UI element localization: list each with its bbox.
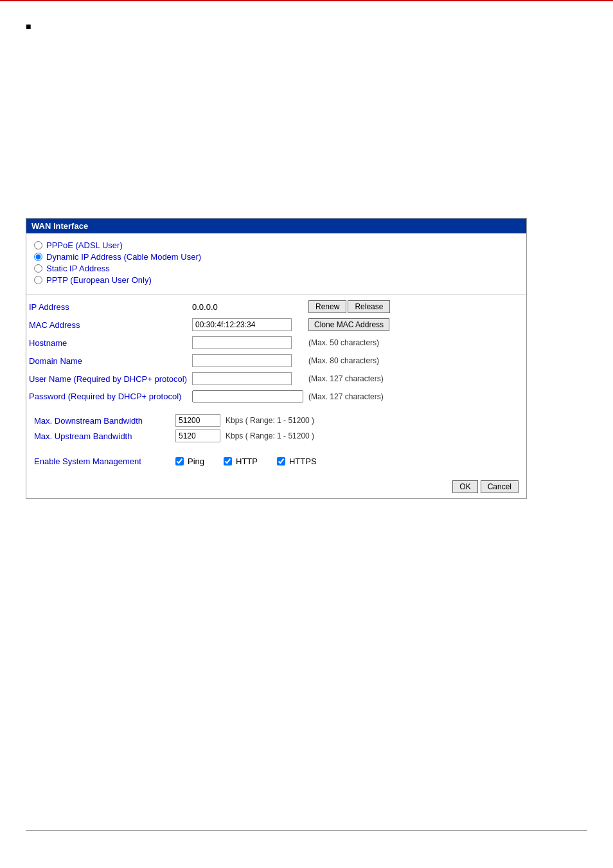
downstream-note: Kbps ( Range: 1 - 51200 ) <box>226 416 314 425</box>
downstream-label: Max. Downstream Bandwidth <box>34 416 175 426</box>
mac-address-input-cell <box>190 316 306 334</box>
ip-address-buttons-cell: Renew Release <box>306 298 526 316</box>
password-label: Password (Required by DHCP+ protocol) <box>26 388 190 405</box>
mac-address-input[interactable] <box>192 318 292 331</box>
management-section: Enable System Management Ping HTTP HTTPS <box>26 451 526 471</box>
http-option[interactable]: HTTP <box>224 457 258 466</box>
ping-checkbox[interactable] <box>175 457 184 466</box>
radio-pptp-label: PPTP (European User Only) <box>46 275 152 285</box>
hostname-input-cell <box>190 334 306 352</box>
radio-pptp-input[interactable] <box>34 276 42 284</box>
ping-option[interactable]: Ping <box>175 457 204 466</box>
radio-pppoe[interactable]: PPPoE (ADSL User) <box>34 240 519 250</box>
upstream-label: Max. Upstream Bandwidth <box>34 431 175 441</box>
https-checkbox[interactable] <box>277 457 285 466</box>
upstream-row: Max. Upstream Bandwidth Kbps ( Range: 1 … <box>34 429 519 442</box>
domain-name-input[interactable] <box>192 354 292 367</box>
table-row: User Name (Required by DHCP+ protocol) (… <box>26 370 526 388</box>
downstream-input[interactable] <box>175 414 220 427</box>
radio-dynamic-input[interactable] <box>34 253 42 261</box>
radio-dynamic[interactable]: Dynamic IP Address (Cable Modem User) <box>34 252 519 262</box>
domain-name-input-cell <box>190 352 306 370</box>
form-header: WAN Interface <box>26 219 526 233</box>
wan-interface-form: WAN Interface PPPoE (ADSL User) Dynamic … <box>26 218 527 499</box>
management-label: Enable System Management <box>34 457 175 466</box>
domain-name-note: (Max. 80 characters) <box>306 352 526 370</box>
username-note: (Max. 127 characters) <box>306 370 526 388</box>
domain-name-label: Domain Name <box>26 352 190 370</box>
bullet-item: ■ <box>26 21 587 32</box>
hostname-label: Hostname <box>26 334 190 352</box>
radio-pppoe-label: PPPoE (ADSL User) <box>46 240 123 250</box>
username-label: User Name (Required by DHCP+ protocol) <box>26 370 190 388</box>
table-row: Domain Name (Max. 80 characters) <box>26 352 526 370</box>
hostname-note: (Max. 50 characters) <box>306 334 526 352</box>
divider <box>26 294 526 295</box>
upstream-note: Kbps ( Range: 1 - 51200 ) <box>226 431 314 440</box>
bullet-icon: ■ <box>26 21 31 32</box>
table-row: Hostname (Max. 50 characters) <box>26 334 526 352</box>
ok-button[interactable]: OK <box>452 480 477 493</box>
cancel-button[interactable]: Cancel <box>481 480 519 493</box>
table-row: IP Address 0.0.0.0 Renew Release <box>26 298 526 316</box>
ip-address-buttons: Renew Release <box>308 300 524 313</box>
clone-mac-button[interactable]: Clone MAC Address <box>308 318 389 331</box>
table-row: MAC Address Clone MAC Address <box>26 316 526 334</box>
bottom-line <box>26 830 587 831</box>
downstream-row: Max. Downstream Bandwidth Kbps ( Range: … <box>34 414 519 427</box>
radio-static-label: Static IP Address <box>46 264 110 273</box>
ip-address-label: IP Address <box>26 298 190 316</box>
radio-pppoe-input[interactable] <box>34 241 42 249</box>
renew-button[interactable]: Renew <box>308 300 346 313</box>
radio-pptp[interactable]: PPTP (European User Only) <box>34 275 519 285</box>
password-input-cell <box>190 388 306 405</box>
mac-address-buttons: Clone MAC Address <box>308 318 524 331</box>
http-label: HTTP <box>236 457 258 466</box>
mac-address-label: MAC Address <box>26 316 190 334</box>
action-buttons: OK Cancel <box>26 475 526 498</box>
fields-table: IP Address 0.0.0.0 Renew Release MAC Add… <box>26 298 526 405</box>
radio-group: PPPoE (ADSL User) Dynamic IP Address (Ca… <box>26 233 526 292</box>
radio-dynamic-label: Dynamic IP Address (Cable Modem User) <box>46 252 201 262</box>
https-option[interactable]: HTTPS <box>277 457 317 466</box>
release-button[interactable]: Release <box>348 300 390 313</box>
username-input[interactable] <box>192 372 292 385</box>
http-checkbox[interactable] <box>224 457 232 466</box>
table-row: Password (Required by DHCP+ protocol) (M… <box>26 388 526 405</box>
ip-address-value: 0.0.0.0 <box>192 302 218 312</box>
mac-address-buttons-cell: Clone MAC Address <box>306 316 526 334</box>
management-options: Ping HTTP HTTPS <box>175 457 317 466</box>
ip-address-value-cell: 0.0.0.0 <box>190 298 306 316</box>
username-input-cell <box>190 370 306 388</box>
hostname-input[interactable] <box>192 336 292 349</box>
password-input[interactable] <box>192 390 303 402</box>
https-label: HTTPS <box>289 457 317 466</box>
password-note: (Max. 127 characters) <box>306 388 526 405</box>
radio-static-input[interactable] <box>34 264 42 273</box>
ping-label: Ping <box>188 457 204 466</box>
upstream-input[interactable] <box>175 429 220 442</box>
bandwidth-section: Max. Downstream Bandwidth Kbps ( Range: … <box>26 405 526 451</box>
radio-static[interactable]: Static IP Address <box>34 264 519 273</box>
